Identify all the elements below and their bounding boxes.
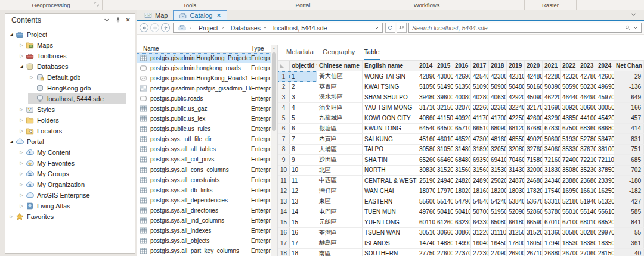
- tree-item-my-content[interactable]: ▷My Content: [18, 147, 126, 158]
- grid-cell[interactable]: 685: [614, 155, 644, 165]
- table-row[interactable]: 99沙田區SHA TIN6526006646006848006935006941…: [278, 155, 644, 166]
- grid-cell[interactable]: 14: [290, 207, 317, 217]
- grid-cell[interactable]: -166: [614, 103, 644, 113]
- grid-cell[interactable]: 243400: [543, 176, 561, 186]
- expand-arrow-icon[interactable]: ▷: [18, 43, 25, 48]
- row-number[interactable]: 2: [278, 82, 290, 92]
- grid-cell[interactable]: 537800: [543, 207, 561, 217]
- grid-cell[interactable]: 248700: [507, 176, 525, 186]
- table-row[interactable]: 55九龍城區KOWLOON CITY4086004115004092004117…: [278, 113, 644, 124]
- grid-cell[interactable]: 497600: [417, 207, 435, 217]
- chevron-down-icon[interactable]: [633, 26, 638, 30]
- grid-cell[interactable]: 302800: [578, 228, 596, 238]
- row-number[interactable]: 3: [278, 92, 290, 102]
- list-item-postgis-sys-all-constraints[interactable]: postgis.sys.all_constraintsEnterprise: [137, 175, 271, 185]
- grid-cell[interactable]: 12: [290, 186, 317, 196]
- grid-cell[interactable]: 704600: [507, 155, 525, 165]
- grid-cell[interactable]: 269000: [507, 249, 525, 256]
- expand-arrow-icon[interactable]: ▷: [18, 118, 25, 123]
- grid-cell[interactable]: 315600: [453, 166, 471, 176]
- grid-cell[interactable]: 322400: [507, 103, 525, 113]
- grid-cell[interactable]: 178200: [525, 186, 543, 196]
- grid-cell[interactable]: 大埔區: [317, 145, 363, 155]
- grid-cell[interactable]: 18: [290, 249, 317, 256]
- ribbon-group-portal[interactable]: Portal: [277, 0, 329, 10]
- grid-cell[interactable]: 267100: [525, 249, 543, 256]
- grid-cell[interactable]: 550100: [561, 207, 578, 217]
- row-number[interactable]: 9: [278, 155, 290, 165]
- grid-cell[interactable]: 320800: [507, 145, 525, 155]
- grid-cell[interactable]: 318900: [471, 145, 489, 155]
- grid-cell[interactable]: 406300: [489, 92, 507, 102]
- grid-cell[interactable]: 6: [290, 124, 317, 134]
- grid-cell[interactable]: 248200: [453, 176, 471, 186]
- tree-item-arcgis-enterprise[interactable]: ▷ArcGIS Enterprise: [18, 190, 126, 201]
- grid-cell[interactable]: 519400: [578, 196, 596, 207]
- grid-cell[interactable]: 2: [290, 82, 317, 92]
- grid-cell[interactable]: 680900: [489, 124, 507, 134]
- grid-cell[interactable]: 353300: [561, 145, 578, 155]
- table-row[interactable]: 1414屯門區TUEN MUN4976005041005041005070005…: [278, 207, 644, 218]
- table-row[interactable]: 1212灣仔區WAN CHAI1807001797001802001816001…: [278, 186, 644, 197]
- search-icon[interactable]: [624, 24, 631, 31]
- grid-cell[interactable]: 724000: [561, 155, 578, 165]
- grid-cell[interactable]: 462200: [543, 92, 561, 102]
- grid-cell[interactable]: 320500: [489, 145, 507, 155]
- table-row[interactable]: 22葵青區KWAI TSING5105005149005135005109005…: [278, 82, 644, 93]
- grid-cell[interactable]: 277500: [417, 249, 435, 256]
- grid-cell[interactable]: 318300: [543, 166, 561, 176]
- grid-cell[interactable]: 248900: [471, 176, 489, 186]
- grid-cell[interactable]: 504800: [507, 82, 525, 92]
- grid-cell[interactable]: 506000: [543, 134, 561, 144]
- grid-cell[interactable]: 378500: [596, 166, 614, 176]
- grid-cell[interactable]: 251900: [417, 176, 435, 186]
- tree-item-project[interactable]: ◢Project: [8, 29, 126, 40]
- row-number[interactable]: 6: [278, 124, 290, 134]
- list-item-postgis-gisadmin-hongkong-projectedpop[interactable]: postgis.gisadmin.HongKong_ProjectedPop..…: [137, 53, 271, 63]
- grid-cell[interactable]: 308300: [417, 166, 435, 176]
- tree-item-my-groups[interactable]: ▷My Groups: [18, 168, 126, 179]
- expand-arrow-icon[interactable]: ▷: [18, 204, 25, 208]
- grid-cell[interactable]: 4: [290, 103, 317, 113]
- tab-table[interactable]: Table: [364, 45, 379, 60]
- grid-cell[interactable]: 315600: [471, 166, 489, 176]
- row-number[interactable]: 13: [278, 196, 290, 207]
- grid-cell[interactable]: YAU TSIM MONG: [363, 103, 417, 113]
- list-item-postgis-sys-all-objects[interactable]: postgis.sys.all_objectsEnterprise: [137, 236, 271, 246]
- grid-cell[interactable]: 464400: [561, 92, 578, 102]
- column-header-2015[interactable]: 2015: [435, 61, 453, 71]
- grid-cell[interactable]: 683600: [578, 124, 596, 134]
- grid-cell[interactable]: KWUN TONG: [363, 124, 417, 134]
- grid-cell[interactable]: 276000: [435, 249, 453, 256]
- grid-cell[interactable]: 北區: [317, 166, 363, 176]
- grid-cell[interactable]: 183500: [596, 238, 614, 248]
- grid-cell[interactable]: 632300: [453, 217, 471, 227]
- grid-cell[interactable]: 179400: [543, 238, 561, 248]
- grid-cell[interactable]: 油尖旺區: [317, 103, 363, 113]
- grid-cell[interactable]: 15: [290, 217, 317, 227]
- table-row[interactable]: 44油尖旺區YAU TSIM MONG317100321500320700322…: [278, 103, 644, 114]
- ribbon-group-workflows[interactable]: Workflows: [329, 0, 525, 10]
- column-header-2022[interactable]: 2022: [561, 61, 578, 71]
- grid-cell[interactable]: 715800: [525, 155, 543, 165]
- grid-cell[interactable]: 465200: [453, 134, 471, 144]
- grid-cell[interactable]: 316900: [543, 103, 561, 113]
- expand-arrow-icon[interactable]: ▷: [18, 54, 25, 58]
- grid-cell[interactable]: 321700: [525, 103, 543, 113]
- grid-cell[interactable]: 311100: [489, 228, 507, 238]
- grid-cell[interactable]: 178000: [507, 238, 525, 248]
- grid-cell[interactable]: TUEN MUN: [363, 207, 417, 217]
- expand-arrow-icon[interactable]: ▷: [18, 171, 25, 176]
- grid-cell[interactable]: 3: [290, 92, 317, 102]
- grid-cell[interactable]: 深水埗區: [317, 92, 363, 102]
- list-item-postgis-sys-all-dependencies[interactable]: postgis.sys.all_dependenciesEnterprise: [137, 195, 271, 205]
- grid-cell[interactable]: 164500: [489, 238, 507, 248]
- grid-cell[interactable]: 321500: [435, 103, 453, 113]
- grid-cell[interactable]: 314300: [507, 166, 525, 176]
- grid-cell[interactable]: 灣仔區: [317, 186, 363, 196]
- grid-cell[interactable]: 551400: [435, 196, 453, 207]
- tree-item-toolboxes[interactable]: ▷Toolboxes: [18, 51, 126, 61]
- ribbon-group-tools[interactable]: Tools: [103, 0, 277, 10]
- grid-cell[interactable]: SHA TIN: [363, 155, 417, 165]
- search-input[interactable]: [412, 24, 622, 32]
